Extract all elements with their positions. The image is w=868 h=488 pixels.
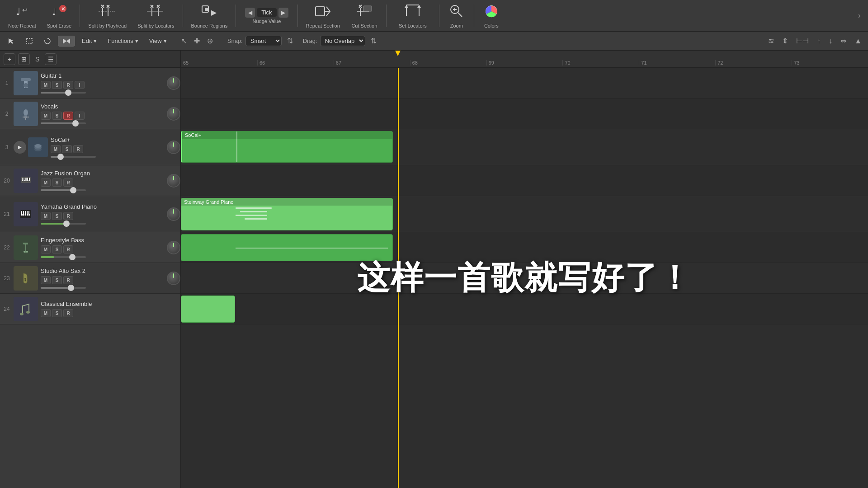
rec-button-piano[interactable]: R — [63, 212, 73, 220]
rec-button-guitar1[interactable]: R — [63, 81, 73, 89]
repeat-section-button[interactable]: Repeat Section — [302, 1, 344, 30]
rec-button-vocals[interactable]: R — [63, 112, 73, 120]
fader-track-sax[interactable] — [41, 287, 86, 289]
svg-point-74 — [24, 278, 26, 280]
functions-menu[interactable]: Functions ▾ — [104, 36, 142, 46]
add-track-button[interactable]: + — [4, 53, 15, 65]
split-by-playhead-button[interactable]: Split by Playhead — [84, 1, 131, 30]
ruler-tick-72: 72 — [715, 60, 792, 66]
track-name-organ: Jazz Fusion Organ — [41, 170, 163, 177]
record-tool[interactable]: ⊕ — [204, 36, 216, 46]
track-row: 24 Classical Ensemble M S R — [0, 294, 180, 324]
mute-button-bass[interactable]: M — [41, 245, 51, 253]
colors-label: Colors — [484, 23, 499, 28]
zoom-button[interactable]: Zoom — [443, 1, 470, 30]
pencil-tool[interactable]: ✚ — [191, 36, 203, 46]
svg-point-76 — [20, 313, 24, 315]
solo-button-socal[interactable]: S — [62, 145, 72, 153]
track-knob-socal[interactable] — [167, 141, 180, 154]
track-info-piano: Yamaha Grand Piano M S R — [41, 203, 163, 225]
fader-track-socal[interactable] — [51, 156, 96, 158]
region-bass[interactable] — [181, 234, 393, 261]
track-knob-sax[interactable] — [167, 272, 180, 285]
split-by-locators-button[interactable]: Split by Locators — [133, 1, 179, 30]
track-controls-piano: M S R — [41, 212, 163, 220]
marquee-tool-button[interactable] — [22, 36, 37, 47]
track-info-bass: Fingerstyle Bass M S R — [41, 237, 163, 258]
solo-button-guitar1[interactable]: S — [52, 81, 62, 89]
mute-button-socal[interactable]: M — [51, 145, 61, 153]
solo-button-sax[interactable]: S — [52, 276, 62, 284]
rec-button-ensemble[interactable]: R — [63, 309, 73, 317]
rec-button-organ[interactable]: R — [63, 178, 73, 187]
ruler-tick-71: 71 — [639, 60, 715, 66]
set-locators-button[interactable]: Set Locators — [390, 1, 435, 30]
repeat-section-label: Repeat Section — [306, 23, 340, 28]
fader-track-bass[interactable] — [41, 256, 86, 258]
edit-menu[interactable]: Edit ▾ — [78, 36, 101, 46]
region-ensemble[interactable] — [181, 296, 235, 323]
mute-button-guitar1[interactable]: M — [41, 81, 51, 89]
rec-button-bass[interactable]: R — [63, 245, 73, 253]
track-knob-piano[interactable] — [167, 207, 180, 221]
solo-button-organ[interactable]: S — [52, 178, 62, 187]
track-knob-organ[interactable] — [167, 174, 180, 188]
track-menu-button[interactable]: ☰ — [45, 53, 57, 65]
solo-button-ensemble[interactable]: S — [52, 309, 62, 317]
nudge-left-button[interactable]: ◀ — [245, 8, 255, 18]
more-tools-arrow[interactable]: › — [854, 9, 864, 22]
audio-icon[interactable]: ▲ — [852, 36, 864, 46]
fit-icon[interactable]: ⊢⊣ — [793, 36, 811, 46]
fader-track-guitar1[interactable] — [41, 92, 86, 94]
waveform-icon[interactable]: ≋ — [765, 36, 777, 46]
colors-button[interactable]: Colors — [478, 1, 505, 30]
track-options-button[interactable]: ⊞ — [18, 53, 30, 65]
track-knob-guitar1[interactable] — [167, 76, 180, 90]
view-menu[interactable]: View ▾ — [145, 36, 171, 46]
cut-section-button[interactable]: Cut Section — [346, 1, 382, 30]
svg-marker-40 — [44, 40, 46, 41]
track-knob-bass[interactable] — [167, 241, 180, 254]
input-button-vocals[interactable]: I — [75, 112, 85, 120]
bounce-regions-button[interactable]: ▶ Bounce Regions — [187, 1, 232, 30]
tracks-content[interactable]: SoCal+ Steinway Grand Piano — [181, 68, 868, 488]
pointer-tool-button[interactable] — [4, 36, 19, 47]
solo-button-bass[interactable]: S — [52, 245, 62, 253]
fader-track-vocals[interactable] — [41, 122, 86, 124]
mute-button-vocals[interactable]: M — [41, 112, 51, 120]
mute-button-piano[interactable]: M — [41, 212, 51, 220]
drag-select[interactable]: No Overlap Overlap X-Fade — [320, 36, 365, 46]
up-icon[interactable]: ↑ — [814, 36, 823, 46]
resize-width-icon[interactable]: ⇔ — [838, 36, 849, 46]
trim-tool-button[interactable] — [58, 36, 75, 47]
nudge-right-button[interactable]: ▶ — [278, 8, 288, 18]
rec-button-sax[interactable]: R — [63, 276, 73, 284]
note-repeat-button[interactable]: ♩ ↩ Note Repeat — [4, 1, 41, 30]
solo-button-vocals[interactable]: S — [52, 112, 62, 120]
input-button-guitar1[interactable]: I — [75, 81, 85, 89]
region-steinway[interactable]: Steinway Grand Piano — [181, 198, 393, 230]
svg-rect-58 — [29, 178, 30, 181]
play-button-socal[interactable]: ▶ — [14, 141, 26, 154]
region-socal[interactable]: SoCal+ — [181, 131, 393, 163]
track-info-sax: Studio Alto Sax 2 M S R — [41, 267, 163, 289]
fader-track-organ[interactable] — [41, 189, 86, 191]
snap-select[interactable]: Smart Bar Beat Division Ticks — [245, 36, 282, 46]
fader-track-piano[interactable] — [41, 223, 86, 225]
cursor-tool[interactable]: ↖ — [178, 36, 189, 46]
divider-6 — [439, 5, 439, 27]
cycle-button[interactable] — [40, 36, 55, 47]
spot-erase-button[interactable]: ♩ ✕ Spot Erase — [42, 1, 76, 30]
mute-button-sax[interactable]: M — [41, 276, 51, 284]
track-knob-vocals[interactable] — [167, 107, 180, 121]
timeline-ruler[interactable]: 65 66 67 68 69 70 71 72 73 — [181, 51, 868, 68]
resize-height-icon[interactable]: ⇕ — [779, 36, 791, 46]
solo-button-piano[interactable]: S — [52, 212, 62, 220]
mute-button-organ[interactable]: M — [41, 178, 51, 187]
track-icon-ensemble — [14, 297, 38, 321]
snap-toggle[interactable]: ⇅ — [284, 36, 296, 46]
rec-button-socal[interactable]: R — [73, 145, 83, 153]
mute-button-ensemble[interactable]: M — [41, 309, 51, 317]
drag-toggle[interactable]: ⇅ — [368, 36, 379, 46]
down-icon[interactable]: ↓ — [826, 36, 835, 46]
